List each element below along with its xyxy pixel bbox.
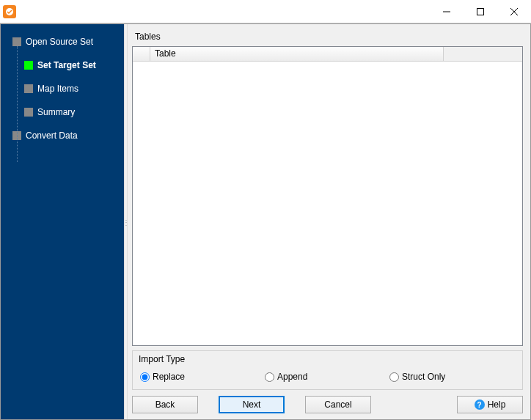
step-box-icon — [24, 84, 33, 93]
back-button[interactable]: Back — [132, 396, 198, 413]
client-area: Open Source Set Set Target Set Map Items… — [0, 23, 531, 420]
cancel-button[interactable]: Cancel — [305, 396, 371, 413]
tables-grid[interactable]: Table — [132, 46, 523, 346]
radio-label: Append — [277, 372, 307, 382]
step-box-icon — [24, 61, 33, 70]
help-icon: ? — [475, 399, 485, 410]
main-panel: Tables Table Import Type Replace Append — [128, 24, 530, 419]
grid-header-select[interactable] — [133, 47, 150, 61]
titlebar — [0, 0, 531, 23]
radio-replace[interactable]: Replace — [140, 372, 265, 382]
sidebar-item-label: Open Source Set — [26, 37, 93, 47]
step-box-icon — [12, 37, 21, 46]
tables-section: Tables Table — [132, 30, 523, 346]
close-button[interactable] — [497, 0, 531, 23]
svg-rect-2 — [477, 9, 484, 15]
sidebar-item-convert-data[interactable]: Convert Data — [1, 128, 124, 143]
grid-header-table[interactable]: Table — [150, 47, 444, 61]
sidebar-item-summary[interactable]: Summary — [1, 105, 124, 119]
window-controls — [430, 0, 531, 23]
radio-struct-only-input[interactable] — [389, 372, 399, 382]
button-label: Help — [488, 399, 506, 410]
import-type-group: Import Type Replace Append Struct Only — [132, 350, 523, 390]
next-button[interactable]: Next — [219, 396, 285, 413]
button-label: Back — [155, 399, 175, 410]
sidebar-item-map-items[interactable]: Map Items — [1, 81, 124, 96]
sidebar-item-open-source-set[interactable]: Open Source Set — [1, 34, 124, 49]
help-button[interactable]: ? Help — [457, 396, 523, 413]
radio-replace-input[interactable] — [140, 372, 150, 382]
grid-header: Table — [133, 47, 522, 62]
wizard-steps-sidebar: Open Source Set Set Target Set Map Items… — [1, 24, 124, 419]
app-icon — [3, 5, 16, 18]
step-box-icon — [24, 108, 33, 117]
sidebar-item-label: Map Items — [37, 84, 78, 94]
radio-append-input[interactable] — [265, 372, 274, 382]
import-type-label: Import Type — [139, 354, 516, 364]
radio-struct-only[interactable]: Struct Only — [389, 372, 445, 382]
minimize-button[interactable] — [430, 0, 464, 23]
sidebar-item-label: Set Target Set — [37, 60, 96, 70]
wizard-button-bar: Back Next Cancel ? Help — [132, 396, 523, 413]
splitter-handle[interactable] — [124, 24, 128, 419]
maximize-button[interactable] — [464, 0, 497, 23]
sidebar-item-set-target-set[interactable]: Set Target Set — [1, 58, 124, 73]
radio-label: Replace — [153, 372, 185, 382]
button-label: Cancel — [324, 399, 351, 410]
tables-label: Tables — [135, 32, 523, 42]
sidebar-item-label: Convert Data — [26, 130, 78, 141]
radio-label: Struct Only — [402, 372, 445, 382]
button-label: Next — [243, 399, 261, 410]
sidebar-item-label: Summary — [37, 107, 75, 117]
import-type-options: Replace Append Struct Only — [139, 372, 516, 382]
radio-append[interactable]: Append — [265, 372, 389, 382]
